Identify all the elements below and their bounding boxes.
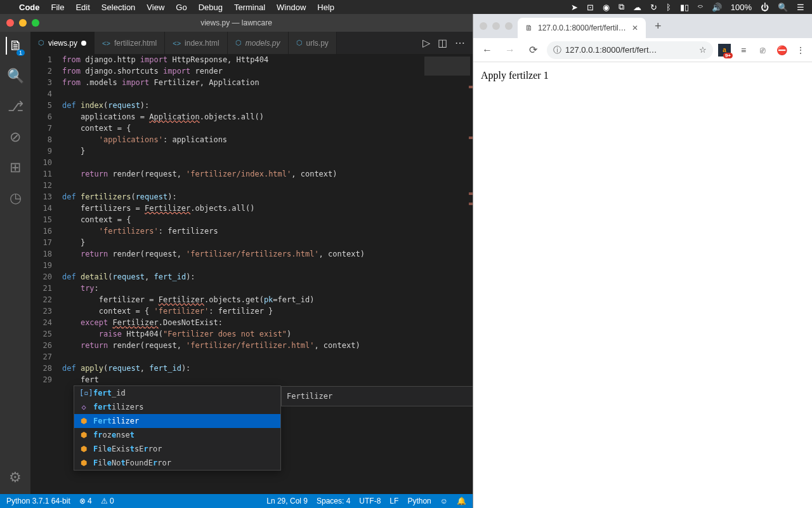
error-count[interactable]: ⊗ 4 [79, 497, 92, 505]
dropbox-icon[interactable]: ⧉ [619, 2, 624, 12]
record-icon[interactable]: ⊡ [587, 3, 594, 12]
url-bar[interactable]: ⓘ 127.0.0.1:8000/fert/fert… ☆ [547, 41, 713, 59]
tab-label: views.py [48, 39, 77, 48]
autocomplete-item[interactable]: ◇fertilizers [74, 400, 280, 414]
python-env[interactable]: Python 3.7.1 64-bit [6, 497, 70, 505]
menu-help[interactable]: Help [317, 3, 334, 12]
back-button[interactable]: ← [478, 41, 496, 59]
autocomplete-item[interactable]: ⬢FileNotFoundError [74, 456, 280, 470]
language-mode[interactable]: Python [407, 497, 431, 505]
window-close[interactable] [6, 19, 14, 27]
code-editor[interactable]: 1234567891011121314151617181920212223242… [30, 54, 473, 494]
more-icon[interactable]: ⋯ [455, 37, 465, 49]
menu-go[interactable]: Go [176, 3, 187, 12]
reload-button[interactable]: ⟳ [524, 41, 542, 59]
buffer-ext-icon[interactable]: ≡ [737, 44, 750, 57]
battery-icon[interactable]: ▮▯ [680, 3, 689, 12]
cloud-icon[interactable]: ☁ [633, 3, 641, 12]
menu-terminal[interactable]: Terminal [234, 3, 265, 12]
python-icon: ⬡ [38, 39, 44, 47]
minimap[interactable] [422, 54, 473, 494]
remote-icon[interactable]: ◷ [6, 189, 24, 207]
explorer-icon[interactable]: 🗎1 [6, 37, 23, 55]
autocomplete-item[interactable]: ⬢frozenset [74, 428, 280, 442]
new-tab-button[interactable]: + [651, 20, 665, 33]
autocomplete-item[interactable]: [▫]fert_id [74, 386, 280, 400]
menu-file[interactable]: File [51, 3, 65, 12]
status-bar: Python 3.7.1 64-bit ⊗ 4 ⚠ 0 Ln 29, Col 9… [0, 494, 473, 508]
mac-menubar: Code File Edit Selection View Go Debug T… [0, 0, 812, 14]
autocomplete-item[interactable]: ⬢Fertilizer [74, 414, 280, 428]
debug-icon[interactable]: ⊘ [6, 128, 24, 146]
indent[interactable]: Spaces: 4 [317, 497, 350, 505]
tab-fertilizer[interactable]: <>fertilizer.html [95, 32, 165, 54]
activity-bar: 🗎1 🔍 ⎇ ⊘ ⊞ ◷ ⚙ [0, 32, 30, 494]
autocomplete-detail: Fertilizer × [281, 386, 473, 406]
star-icon[interactable]: ☆ [699, 45, 707, 55]
tab-label: models.py [246, 39, 280, 48]
url-text: 127.0.0.1:8000/fert/fert… [565, 45, 657, 55]
html-icon: <> [102, 39, 110, 47]
search-icon[interactable]: 🔍 [778, 3, 788, 12]
browser-toolbar: ← → ⟳ ⓘ 127.0.0.1:8000/fert/fert… ☆ a9+ … [473, 38, 812, 62]
tab-views[interactable]: ⬡views.py [30, 32, 95, 54]
cursor-position[interactable]: Ln 29, Col 9 [266, 497, 308, 505]
source-control-icon[interactable]: ⎇ [6, 98, 24, 116]
tab-label: urls.py [306, 39, 329, 48]
info-icon[interactable]: ⓘ [553, 44, 561, 56]
battery-percent: 100% [731, 3, 752, 12]
run-icon[interactable]: ▷ [422, 37, 430, 49]
autocomplete-popup: [▫]fert_id◇fertilizers⬢Fertilizer⬢frozen… [74, 385, 281, 471]
python-icon: ⬡ [235, 39, 242, 47]
autocomplete-item[interactable]: ⬢FileExistsError [74, 442, 280, 456]
html-icon: <> [173, 39, 181, 47]
settings-icon[interactable]: ⚙ [6, 469, 24, 486]
amazon-ext-icon[interactable]: a9+ [718, 44, 731, 57]
eol[interactable]: LF [390, 497, 398, 505]
vscode-window: views.py — lawncare 🗎1 🔍 ⎇ ⊘ ⊞ ◷ ⚙ ⬡view… [0, 14, 473, 508]
python-icon: ⬡ [296, 39, 303, 47]
menu-view[interactable]: View [147, 3, 164, 12]
tab-models[interactable]: ⬡models.py [228, 32, 289, 54]
explorer-badge: 1 [16, 50, 25, 56]
encoding[interactable]: UTF-8 [359, 497, 381, 505]
cast-icon[interactable]: ⎚ [756, 44, 769, 57]
warning-count[interactable]: ⚠ 0 [101, 497, 114, 505]
page-text: Apply fertilzer 1 [481, 70, 549, 81]
window-close[interactable] [480, 22, 487, 30]
app-name[interactable]: Code [19, 3, 40, 12]
close-icon[interactable]: ✕ [632, 23, 638, 32]
tab-label: index.html [185, 39, 219, 48]
tab-urls[interactable]: ⬡urls.py [289, 32, 337, 54]
history-icon[interactable]: ↻ [650, 3, 657, 12]
line-numbers: 1234567891011121314151617181920212223242… [30, 54, 62, 494]
window-title: views.py — lawncare [200, 18, 272, 27]
window-maximize[interactable] [32, 19, 39, 27]
location-icon[interactable]: ➤ [571, 3, 578, 12]
forward-button[interactable]: → [501, 41, 519, 59]
adblock-ext-icon[interactable]: ⛔ [775, 44, 788, 57]
browser-tab[interactable]: 🗎 127.0.0.1:8000/fert/fertilizers/1 ✕ [518, 18, 646, 38]
chrome-menu-icon[interactable]: ⋮ [794, 44, 807, 57]
menu-edit[interactable]: Edit [75, 3, 89, 12]
volume-icon[interactable]: 🔊 [712, 3, 722, 12]
tab-label: fertilizer.html [114, 39, 157, 48]
wifi-icon[interactable]: ⌔ [698, 3, 703, 12]
feedback-icon[interactable]: ☺ [440, 497, 448, 505]
window-minimize[interactable] [19, 19, 27, 27]
screen-icon[interactable]: ◉ [603, 3, 610, 12]
tab-favicon: 🗎 [525, 23, 533, 32]
search-icon[interactable]: 🔍 [6, 67, 24, 85]
window-minimize[interactable] [492, 22, 500, 30]
window-maximize[interactable] [505, 22, 513, 30]
bluetooth-icon[interactable]: ᛒ [666, 3, 671, 12]
control-center-icon[interactable]: ☰ [797, 3, 804, 12]
power-icon[interactable]: ⏻ [761, 3, 769, 12]
menu-selection[interactable]: Selection [102, 3, 135, 12]
tab-index[interactable]: <>index.html [165, 32, 228, 54]
menu-window[interactable]: Window [277, 3, 306, 12]
split-editor-icon[interactable]: ◫ [438, 37, 447, 49]
notifications-icon[interactable]: 🔔 [457, 497, 466, 505]
extensions-icon[interactable]: ⊞ [6, 159, 24, 177]
menu-debug[interactable]: Debug [199, 3, 223, 12]
